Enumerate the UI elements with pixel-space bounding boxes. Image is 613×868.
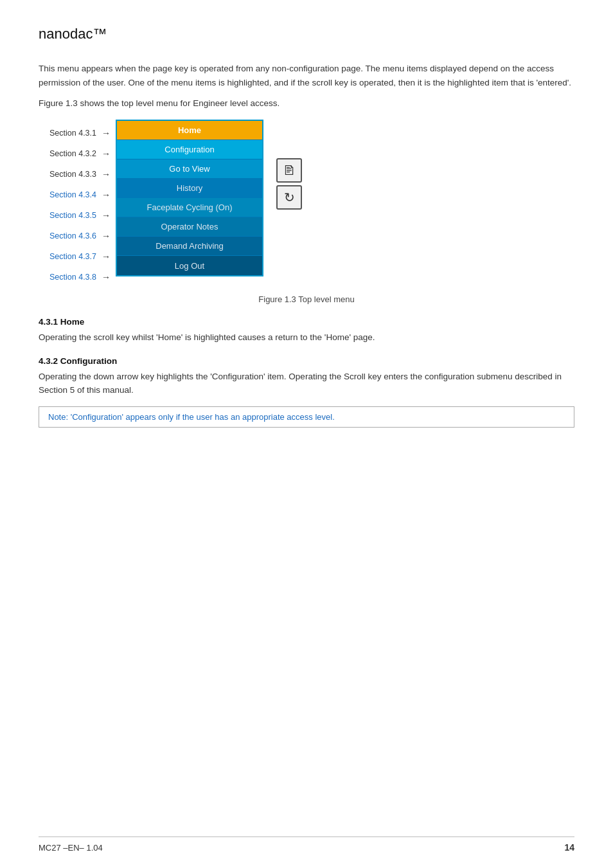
subsection-heading-1: 4.3.2 Configuration: [39, 356, 574, 366]
section-row-s434: Section 4.3.4→: [39, 185, 116, 204]
arrow-s434: →: [96, 190, 116, 200]
menu-item-s431[interactable]: Home: [117, 121, 262, 140]
menu-item-s432[interactable]: Configuration: [117, 140, 262, 159]
menu-item-s434[interactable]: History: [117, 179, 262, 198]
arrow-s436: →: [96, 231, 116, 241]
scroll-icon: 🖹: [276, 158, 302, 183]
section-row-s433: Section 4.3.3→: [39, 165, 116, 184]
menu-item-s436[interactable]: Operator Notes: [117, 217, 262, 237]
figure-area: Section 4.3.1→Section 4.3.2→Section 4.3.…: [39, 120, 574, 288]
section-link-s434[interactable]: Section 4.3.4: [39, 190, 96, 199]
section-row-s431: Section 4.3.1→: [39, 123, 116, 143]
menu-item-s435[interactable]: Faceplate Cycling (On): [117, 198, 262, 217]
menu-item-s438[interactable]: Log Out: [117, 256, 262, 275]
arrow-s431: →: [96, 128, 116, 138]
section-link-s431: Section 4.3.1: [39, 129, 96, 138]
subsection-body-1: Operating the down arrow key highlights …: [39, 370, 574, 397]
section-link-s435[interactable]: Section 4.3.5: [39, 211, 96, 220]
arrow-s432: →: [96, 149, 116, 159]
sub-sections: 4.3.1 HomeOperating the scroll key whils…: [39, 317, 574, 428]
footer-right: 14: [564, 842, 574, 853]
figure-caption: Figure 1.3 Top level menu: [39, 294, 574, 304]
arrow-s438: →: [96, 272, 116, 282]
menu-item-s437[interactable]: Demand Archiving: [117, 237, 262, 256]
arrow-s433: →: [96, 169, 116, 179]
section-row-s438: Section 4.3.8→: [39, 267, 116, 287]
section-labels: Section 4.3.1→Section 4.3.2→Section 4.3.…: [39, 120, 116, 288]
section-link-s433: Section 4.3.3: [39, 170, 96, 179]
section-row-s437: Section 4.3.7→: [39, 247, 116, 266]
figure-intro: Figure 1.3 shows the top level menu for …: [39, 98, 574, 108]
section-link-s432: Section 4.3.2: [39, 149, 96, 158]
menu-item-s433[interactable]: Go to View: [117, 159, 262, 179]
page-title: nanodac™: [39, 26, 574, 42]
section-row-s435: Section 4.3.5→: [39, 206, 116, 225]
section-link-s436[interactable]: Section 4.3.6: [39, 231, 96, 240]
section-link-s437[interactable]: Section 4.3.7: [39, 252, 96, 261]
section-row-s436: Section 4.3.6→: [39, 226, 116, 246]
menu-box: HomeConfigurationGo to ViewHistoryFacepl…: [116, 120, 263, 276]
return-icon: ↻: [276, 185, 302, 210]
subsection-body-0: Operating the scroll key whilst 'Home' i…: [39, 330, 574, 345]
footer-left: MC27 –EN– 1.04: [39, 843, 103, 853]
arrow-s435: →: [96, 210, 116, 221]
side-icons: 🖹 ↻: [276, 158, 302, 210]
page-footer: MC27 –EN– 1.04 14: [39, 836, 574, 853]
intro-paragraph: This menu appears when the page key is o…: [39, 62, 574, 89]
section-link-s438[interactable]: Section 4.3.8: [39, 273, 96, 282]
note-box: Note: 'Configuration' appears only if th…: [39, 406, 574, 428]
subsection-heading-0: 4.3.1 Home: [39, 317, 574, 327]
arrow-s437: →: [96, 251, 116, 262]
section-row-s432: Section 4.3.2→: [39, 144, 116, 163]
